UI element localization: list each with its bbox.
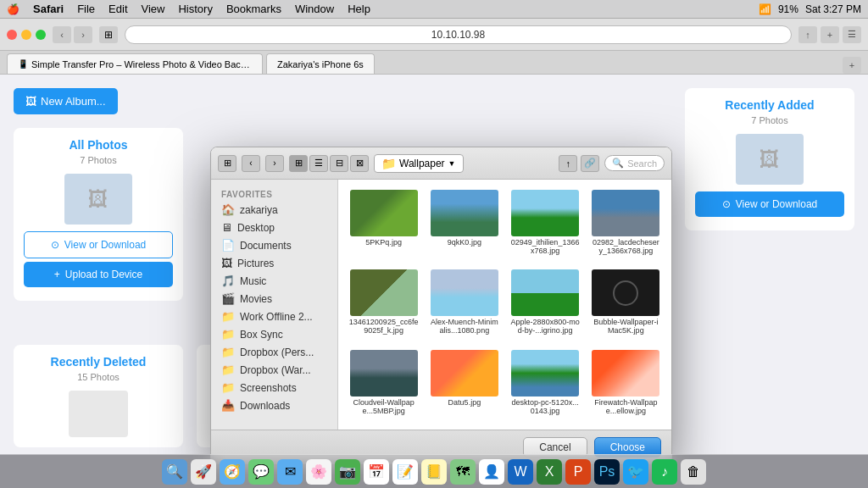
menu-window[interactable]: Window [295, 3, 334, 15]
dock-facetime[interactable]: 📷 [335, 459, 360, 485]
add-bookmark-button[interactable]: + [821, 26, 839, 43]
plus-icon: + [54, 269, 60, 280]
dock-excel[interactable]: X [537, 459, 562, 485]
new-album-button[interactable]: 🖼 New Album... [14, 88, 118, 114]
tab-iphone[interactable]: Zakariya's iPhone 6s [266, 53, 375, 74]
menu-bookmarks[interactable]: Bookmarks [226, 3, 281, 15]
dock-photos[interactable]: 🌸 [306, 459, 331, 485]
file-item-3[interactable]: 02949_ithilien_1366x768.jpg [507, 186, 584, 263]
file-item-5[interactable]: 13461200925_cc6fe9025f_k.jpg [345, 266, 422, 342]
file-name-11: desktop-pc-5120x...0143.jpg [510, 398, 581, 415]
file-item-9[interactable]: Cloudveil-Wallpape...5MBP.jpg [345, 347, 422, 423]
url-bar[interactable]: 10.10.10.98 [125, 25, 792, 44]
view-button[interactable]: ⊞ [99, 26, 118, 43]
pictures-icon: 🖼 [221, 257, 232, 269]
sidebar-item-pictures[interactable]: 🖼Pictures [211, 254, 337, 272]
file-item-1[interactable]: 5PKPq.jpg [345, 186, 422, 263]
new-tab-button[interactable]: + [843, 57, 861, 74]
upload-device-button[interactable]: + Upload to Device [24, 262, 173, 287]
file-thumb-11 [511, 350, 579, 396]
sidebar-item-dropbox-war[interactable]: 📁Dropbox (War... [211, 361, 337, 379]
apple-menu[interactable]: 🍎 [7, 3, 19, 15]
minimize-button[interactable] [21, 30, 31, 40]
sidebar-item-screenshots[interactable]: 📁Screenshots [211, 379, 337, 396]
desktop-icon: 🖥 [221, 221, 232, 234]
dialog-search[interactable]: 🔍 Search [604, 155, 665, 171]
dock-trash[interactable]: 🗑 [681, 459, 706, 485]
back-button[interactable]: ‹ [53, 26, 71, 43]
all-photos-title: All Photos [24, 138, 173, 152]
file-thumb-7 [511, 269, 579, 316]
forward-button[interactable]: › [74, 26, 92, 43]
file-name-7: Apple-2880x800-mod-by-...igrino.jpg [510, 318, 581, 335]
menu-edit[interactable]: Edit [108, 3, 127, 15]
view-download-button-2[interactable]: ⊙ View or Download [695, 191, 844, 217]
file-name-4: 02982_lacdecheser y_1366x768.jpg [591, 238, 661, 255]
sidebar-item-dropbox-pers[interactable]: 📁Dropbox (Pers... [211, 343, 337, 361]
url-text: 10.10.10.98 [431, 29, 485, 41]
dock-photoshop[interactable]: Ps [594, 459, 620, 485]
dock-notes[interactable]: 📒 [421, 459, 447, 485]
dialog-forward-button[interactable]: › [265, 155, 284, 172]
icon-view-button[interactable]: ⊞ [289, 155, 308, 172]
list-view-button[interactable]: ☰ [309, 155, 328, 172]
file-item-6[interactable]: Alex-Muench-Minimalis...1080.png [426, 266, 503, 342]
dock-reminders[interactable]: 📝 [392, 459, 418, 485]
column-view-button-2[interactable]: ⊟ [330, 155, 348, 172]
file-item-12[interactable]: Firewatch-Wallpape...ellow.jpg [587, 347, 665, 423]
maximize-button[interactable] [36, 30, 46, 40]
dialog-back-button[interactable]: ‹ [242, 155, 260, 172]
tab-simpletransfer[interactable]: 📱 Simple Transfer Pro – Wireless Photo &… [7, 53, 263, 74]
dock-messages[interactable]: 💬 [248, 459, 274, 485]
dock-powerpoint[interactable]: P [565, 459, 591, 485]
sidebar-item-movies[interactable]: 🎬Movies [211, 290, 337, 308]
dock-maps[interactable]: 🗺 [450, 459, 476, 485]
dock-launchpad[interactable]: 🚀 [191, 459, 216, 485]
file-item-7[interactable]: Apple-2880x800-mod-by-...igrino.jpg [507, 266, 584, 342]
file-item-8[interactable]: Bubble-Wallpaper-iMac5K.jpg [587, 266, 665, 342]
sidebar-item-downloads[interactable]: 📥Downloads [211, 396, 337, 414]
sidebar-toggle-button[interactable]: ☰ [843, 26, 861, 43]
sidebar-item-box-sync[interactable]: 📁Box Sync [211, 325, 337, 343]
dock-contacts[interactable]: 👤 [479, 459, 504, 485]
menu-view[interactable]: View [142, 3, 165, 15]
image-placeholder-icon: 🖼 [88, 187, 108, 211]
share-icon[interactable]: ↑ [559, 155, 577, 172]
dock-safari[interactable]: 🧭 [220, 459, 245, 485]
folder-selector[interactable]: 📁 Wallpaper ▼ [374, 154, 464, 173]
sidebar-item-music[interactable]: 🎵Music [211, 272, 337, 290]
link-icon[interactable]: 🔗 [581, 155, 599, 172]
view-download-button[interactable]: ⊙ View or Download [24, 231, 173, 258]
app-name[interactable]: Safari [33, 3, 64, 15]
dock: 🔍 🚀 🧭 💬 ✉ 🌸 📷 📅 📝 📒 🗺 👤 W X P Ps 🐦 ♪ 🗑 [0, 454, 868, 488]
file-name-3: 02949_ithilien_1366x768.jpg [510, 238, 581, 255]
cover-flow-button[interactable]: ⊠ [350, 155, 369, 172]
dock-twitter[interactable]: 🐦 [623, 459, 648, 485]
dialog-sidebar: Favorites 🏠zakariya 🖥Desktop 📄Documents … [211, 180, 338, 430]
dock-word[interactable]: W [508, 459, 533, 485]
file-name-12: Firewatch-Wallpape...ellow.jpg [591, 398, 661, 415]
close-button[interactable] [7, 30, 17, 40]
file-item-2[interactable]: 9qkK0.jpg [426, 186, 503, 263]
folder-icon-dp: 📁 [221, 346, 235, 358]
file-dialog: ⊞ ‹ › ⊞ ☰ ⊟ ⊠ 📁 Wallpaper ▼ ↑ 🔗 [210, 147, 672, 464]
file-item-4[interactable]: 02982_lacdecheser y_1366x768.jpg [587, 186, 665, 263]
menu-file[interactable]: File [77, 3, 95, 15]
menu-history[interactable]: History [178, 3, 212, 15]
dock-finder[interactable]: 🔍 [162, 459, 187, 485]
sidebar-item-documents[interactable]: 📄Documents [211, 236, 337, 254]
file-item-11[interactable]: desktop-pc-5120x...0143.jpg [507, 347, 584, 423]
share-button[interactable]: ↑ [798, 26, 817, 43]
sidebar-item-work-offline[interactable]: 📁Work Offline 2... [211, 308, 337, 325]
sidebar-item-zakariya[interactable]: 🏠zakariya [211, 201, 337, 219]
menu-help[interactable]: Help [348, 3, 370, 15]
file-name-1: 5PKPq.jpg [365, 238, 402, 247]
dock-spotify[interactable]: ♪ [652, 459, 677, 485]
file-item-10[interactable]: Datu5.jpg [426, 347, 503, 423]
battery-status: 91% [778, 3, 798, 15]
dock-calendar[interactable]: 📅 [364, 459, 389, 485]
dialog-body: Favorites 🏠zakariya 🖥Desktop 📄Documents … [211, 180, 671, 430]
dock-mail[interactable]: ✉ [277, 459, 303, 485]
sidebar-item-desktop[interactable]: 🖥Desktop [211, 219, 337, 236]
column-view-button[interactable]: ⊞ [218, 155, 236, 172]
